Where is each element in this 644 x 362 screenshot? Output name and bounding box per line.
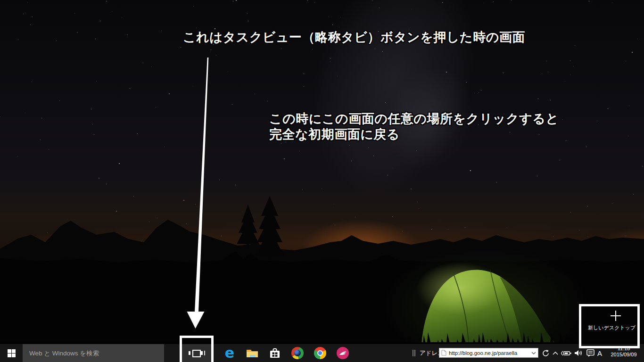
- clock-date: 2015/09/09: [605, 352, 642, 358]
- battery-tray-button[interactable]: [560, 344, 572, 362]
- new-desktop-label: 新しいデスクトップ: [588, 324, 635, 331]
- lens-browser-button[interactable]: [287, 344, 308, 362]
- speaker-icon: [575, 350, 583, 356]
- file-explorer-button[interactable]: [242, 344, 263, 362]
- lens-browser-icon: [291, 347, 304, 359]
- tray-overflow-button[interactable]: [551, 344, 560, 362]
- folder-icon: [246, 348, 258, 358]
- edge-browser-button[interactable]: e: [219, 344, 240, 362]
- page-icon: [441, 350, 446, 356]
- address-dropdown-icon[interactable]: [531, 352, 536, 354]
- ime-mode-letter: A: [597, 349, 602, 357]
- address-refresh-button[interactable]: [539, 344, 552, 362]
- address-input[interactable]: [448, 350, 531, 356]
- ime-panel-icon: [586, 349, 594, 357]
- refresh-icon: [542, 350, 549, 357]
- search-box[interactable]: [23, 344, 164, 362]
- feather-app-button[interactable]: [332, 344, 353, 362]
- task-view-button[interactable]: [181, 344, 213, 362]
- address-bar[interactable]: [439, 348, 538, 358]
- task-view-desktop[interactable]: これはタスクビュー（略称タビ）ボタンを押した時の画面 この時にこの画面の任意の場…: [0, 0, 644, 362]
- new-desktop-button[interactable]: 新しいデスクトップ: [579, 304, 640, 348]
- store-button[interactable]: [264, 344, 285, 362]
- search-input[interactable]: [23, 344, 164, 362]
- taskbar: e: [0, 344, 644, 362]
- store-bag-icon: [269, 347, 281, 359]
- edge-icon: e: [225, 347, 234, 359]
- annotation-mid-line2: 完全な初期画面に戻る: [269, 127, 559, 142]
- annotation-mid-line1: この時にこの画面の任意の場所をクリックすると: [269, 111, 559, 127]
- windows-logo-icon: [8, 349, 16, 357]
- night-sky-wallpaper: [0, 0, 644, 362]
- battery-plug-icon: [561, 350, 571, 356]
- task-view-icon: [189, 349, 205, 357]
- chrome-icon: [314, 347, 326, 359]
- annotation-mid-caption: この時にこの画面の任意の場所をクリックすると 完全な初期画面に戻る: [269, 111, 559, 142]
- annotation-top-caption: これはタスクビュー（略称タビ）ボタンを押した時の画面: [183, 30, 525, 45]
- plus-icon: [611, 311, 621, 321]
- chrome-button[interactable]: [310, 344, 330, 362]
- start-button[interactable]: [0, 344, 23, 362]
- chevron-up-icon: [553, 352, 558, 355]
- feather-icon: [337, 347, 349, 359]
- toolbar-grip[interactable]: [413, 350, 415, 356]
- landscape-silhouette: [0, 0, 644, 362]
